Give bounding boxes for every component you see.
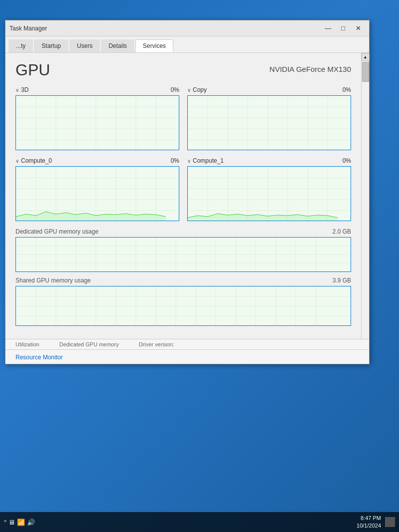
shared-memory-svg [16,286,351,325]
svg-rect-0 [16,96,179,150]
graph-compute1-label: ∨ Compute_1 0% [187,157,351,164]
graph-copy-label: ∨ Copy 0% [187,86,351,93]
taskbar-clock: 8:47 PM 10/1/2024 [357,515,381,530]
graph-3d-svg [16,96,179,150]
graph-3d-label: ∨ 3D 0% [15,86,179,93]
graph-compute0-svg [16,167,179,221]
dedicated-memory-value: 2.0 GB [333,228,351,235]
graph-compute1: ∨ Compute_1 0% [187,157,351,221]
status-bar: Utilization Dedicated GPU memory Driver … [5,339,369,349]
tab-users[interactable]: Users [69,39,100,52]
scrollbar-thumb[interactable] [362,62,369,82]
close-button[interactable]: ✕ [351,23,365,34]
window-title: Task Manager [9,25,47,32]
chevron-3d-icon: ∨ [15,87,19,93]
shared-memory-value: 3.9 GB [333,277,351,284]
task-manager-window: Task Manager — □ ✕ ...ty Startup Users D… [5,20,370,364]
svg-rect-24 [16,167,179,221]
taskbar-wifi-icon: 📶 [17,519,25,526]
graph-compute1-svg [188,167,351,221]
taskbar-time-display: 8:47 PM [357,515,381,522]
taskbar-volume-icon: 🔊 [27,519,35,526]
dedicated-memory-graph [15,237,351,272]
taskbar: ^ 🖥 📶 🔊 8:47 PM 10/1/2024 [0,512,399,532]
window-controls: — □ ✕ [321,23,365,34]
graph-copy-canvas [187,95,351,150]
status-utilization: Utilization [15,341,39,347]
graph-copy-name: Copy [193,86,207,93]
tab-details[interactable]: Details [101,39,134,52]
status-dedicated-gpu: Dedicated GPU memory [59,341,119,347]
svg-rect-69 [16,286,351,325]
graph-copy: ∨ Copy 0% [187,86,351,150]
graph-copy-value: 0% [343,86,351,93]
graph-3d-value: 0% [171,86,179,93]
graph-compute0-label: ∨ Compute_0 0% [15,157,179,164]
taskbar-left: ^ 🖥 📶 🔊 [4,519,35,526]
taskbar-show-hidden-icon[interactable]: ^ [4,519,6,525]
minimize-button[interactable]: — [321,23,335,34]
shared-memory-graph [15,286,351,326]
gpu-title: GPU [15,61,50,79]
gpu-model: NVIDIA GeForce MX130 [270,65,351,73]
maximize-button[interactable]: □ [336,23,350,34]
graphs-row-2: ∨ Compute_0 0% [15,157,351,221]
dedicated-memory-label-row: Dedicated GPU memory usage 2.0 GB [15,228,351,235]
graph-3d: ∨ 3D 0% [15,86,179,150]
main-content: GPU NVIDIA GeForce MX130 ∨ 3D 0% [5,53,361,339]
graph-compute0-value: 0% [171,157,179,164]
taskbar-date-display: 10/1/2024 [357,522,381,530]
status-driver-version: Driver version: [139,341,174,347]
tab-bar: ...ty Startup Users Details Services [5,36,369,53]
taskbar-monitor-icon: 🖥 [8,519,15,526]
graphs-row-1: ∨ 3D 0% [15,86,351,150]
shared-memory-section: Shared GPU memory usage 3.9 GB [15,277,351,326]
graph-compute0-name: Compute_0 [21,157,52,164]
graph-compute1-value: 0% [343,157,351,164]
content-area: GPU NVIDIA GeForce MX130 ∨ 3D 0% [5,53,369,339]
graph-3d-canvas [15,95,179,150]
graph-compute0-canvas [15,166,179,221]
taskbar-right: 8:47 PM 10/1/2024 [357,515,395,530]
graph-copy-svg [188,96,351,150]
resource-monitor-bar: Resource Monitor [5,349,369,364]
dedicated-memory-section: Dedicated GPU memory usage 2.0 GB [15,228,351,272]
gpu-header: GPU NVIDIA GeForce MX130 [15,61,351,79]
svg-rect-37 [188,167,351,221]
title-bar: Task Manager — □ ✕ [5,20,369,36]
dedicated-memory-svg [16,238,351,271]
graph-compute1-canvas [187,166,351,221]
chevron-compute0-icon: ∨ [15,158,19,164]
chevron-copy-icon: ∨ [187,87,191,93]
tab-processes[interactable]: ...ty [8,39,33,52]
tab-startup[interactable]: Startup [34,39,68,52]
svg-rect-12 [188,96,351,150]
shared-memory-label: Shared GPU memory usage [15,277,91,284]
show-desktop-button[interactable] [385,517,395,527]
dedicated-memory-label: Dedicated GPU memory usage [15,228,98,235]
scrollbar-up-button[interactable]: ▲ [362,53,370,61]
shared-memory-label-row: Shared GPU memory usage 3.9 GB [15,277,351,284]
graph-compute1-name: Compute_1 [193,157,224,164]
scrollbar: ▲ [361,53,369,339]
graph-compute0: ∨ Compute_0 0% [15,157,179,221]
graph-3d-name: 3D [21,86,28,93]
resource-monitor-link[interactable]: Resource Monitor [15,354,63,361]
chevron-compute1-icon: ∨ [187,158,191,164]
tab-services[interactable]: Services [135,39,173,52]
